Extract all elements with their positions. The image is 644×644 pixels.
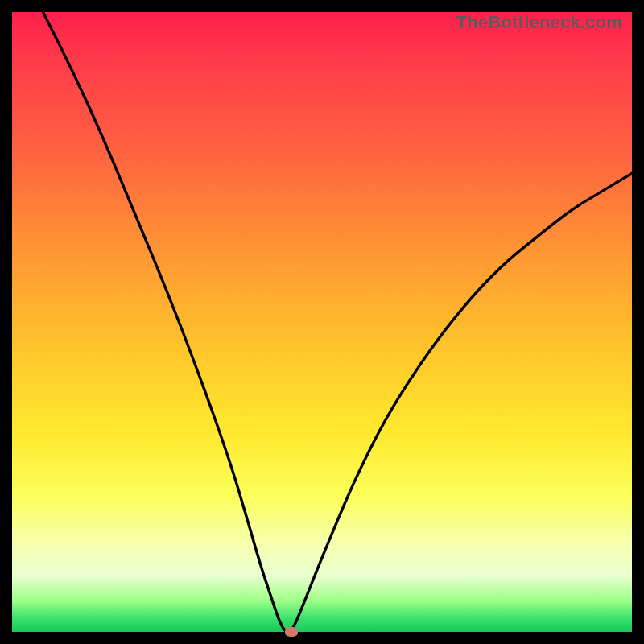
- plot-area: TheBottleneck.com: [12, 12, 632, 632]
- chart-stage: TheBottleneck.com: [0, 0, 644, 644]
- bottleneck-curve: [12, 12, 632, 632]
- minimum-marker: [285, 627, 298, 637]
